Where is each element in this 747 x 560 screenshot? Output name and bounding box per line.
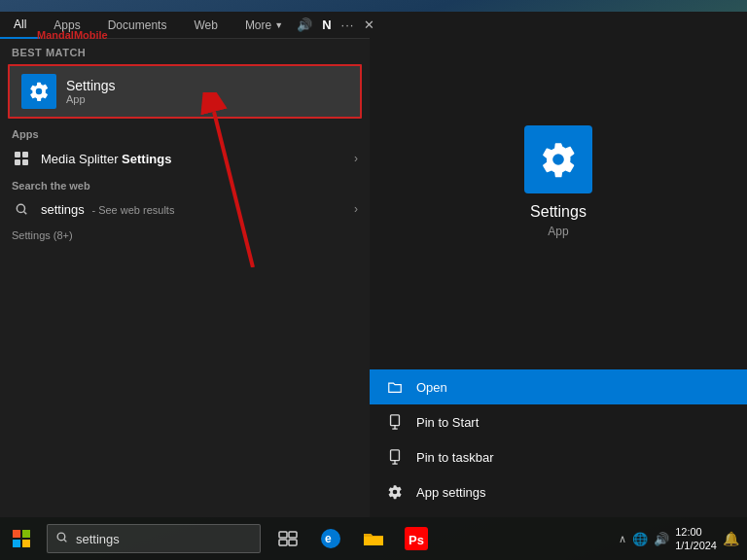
svg-rect-0 <box>15 152 20 158</box>
pin-taskbar-icon <box>385 447 405 467</box>
app-settings-icon <box>385 482 405 502</box>
action-app-settings[interactable]: App settings <box>370 474 747 509</box>
web-label: Search the web <box>0 174 370 194</box>
more-dots-icon[interactable]: ··· <box>341 18 355 32</box>
svg-rect-3 <box>22 159 28 165</box>
tab-web[interactable]: Web <box>180 12 231 39</box>
media-splitter-settings-item[interactable]: Media Splitter Settings › <box>0 143 370 174</box>
user-initial: N <box>322 18 331 32</box>
volume-icon[interactable]: 🔊 <box>297 18 312 32</box>
svg-rect-1 <box>22 152 28 158</box>
taskbar: settings e <box>0 517 747 560</box>
svg-rect-2 <box>15 159 20 165</box>
svg-rect-23 <box>289 540 297 545</box>
file-explorer-button[interactable] <box>354 517 393 560</box>
web-search-text: settings - See web results <box>41 202 174 217</box>
best-match-item[interactable]: Settings App <box>8 64 362 119</box>
best-match-info: Settings App <box>66 78 116 105</box>
task-view-button[interactable] <box>268 517 307 560</box>
tab-all[interactable]: All <box>0 12 40 39</box>
start-menu: All Apps Documents Web More ▼ 🔊 N ··· ✕ … <box>0 12 370 517</box>
svg-rect-22 <box>279 540 287 545</box>
svg-line-19 <box>64 540 66 542</box>
close-icon[interactable]: ✕ <box>364 18 374 32</box>
svg-rect-20 <box>279 532 287 538</box>
clock: 12:001/1/2024 <box>675 525 717 553</box>
settings-icon-large <box>21 74 56 109</box>
taskbar-search-icon <box>55 531 68 546</box>
svg-rect-17 <box>22 540 30 547</box>
right-panel-app-type: App <box>548 225 568 238</box>
network-icon[interactable]: 🌐 <box>632 532 648 546</box>
taskbar-system-tray: ∧ 🌐 🔊 12:001/1/2024 🔔 <box>619 525 747 553</box>
right-panel: Settings App Open Pin to Start <box>370 12 747 517</box>
notification-icon[interactable]: 🔔 <box>723 531 739 546</box>
media-splitter-text: Media Splitter Settings <box>41 152 354 166</box>
settings-bold: Settings <box>122 152 171 166</box>
svg-rect-14 <box>13 530 20 538</box>
action-pin-taskbar[interactable]: Pin to taskbar <box>370 439 747 474</box>
media-splitter-icon <box>12 149 31 168</box>
tab-more[interactable]: More ▼ <box>231 12 297 39</box>
svg-rect-16 <box>13 540 20 547</box>
apps-section-label: Apps <box>0 121 370 143</box>
svg-rect-11 <box>391 450 400 461</box>
search-web-icon <box>12 199 31 219</box>
right-panel-app-name: Settings <box>530 203 587 221</box>
svg-point-18 <box>57 533 65 541</box>
watermark: MandalMobile <box>37 29 108 41</box>
edge-browser-button[interactable]: e <box>311 517 350 560</box>
volume-tray-icon[interactable]: 🔊 <box>654 532 669 546</box>
svg-rect-15 <box>22 530 30 538</box>
web-search-item[interactable]: settings - See web results › <box>0 194 370 224</box>
web-search-sub: - See web results <box>91 204 174 216</box>
taskbar-icons: e Ps <box>268 517 436 560</box>
svg-rect-8 <box>391 415 400 426</box>
svg-line-5 <box>24 212 27 215</box>
right-panel-top: Settings App <box>370 12 747 352</box>
taskbar-search-text: settings <box>76 532 120 546</box>
best-match-name: Settings <box>66 78 116 93</box>
web-search-arrow: › <box>354 202 358 216</box>
svg-text:e: e <box>325 532 332 545</box>
start-button[interactable] <box>0 517 43 560</box>
pin-start-icon <box>385 412 405 432</box>
settings-count: Settings (8+) <box>0 224 370 244</box>
media-splitter-arrow: › <box>354 152 358 165</box>
chevron-down-icon: ▼ <box>274 20 283 30</box>
system-tray-icons: ∧ <box>619 533 626 545</box>
adobe-button[interactable]: Ps <box>397 517 436 560</box>
open-folder-icon <box>385 377 405 397</box>
svg-rect-21 <box>289 532 297 538</box>
svg-text:Ps: Ps <box>409 533 424 547</box>
nav-icons-right: 🔊 N ··· ✕ <box>297 18 382 32</box>
best-match-label: Best match <box>0 39 370 62</box>
svg-point-4 <box>17 204 24 212</box>
taskbar-search-bar[interactable]: settings <box>47 524 261 553</box>
action-open[interactable]: Open <box>370 369 747 404</box>
right-panel-actions: Open Pin to Start Pin to tas <box>370 362 747 517</box>
action-pin-start[interactable]: Pin to Start <box>370 404 747 439</box>
best-match-type: App <box>66 93 116 105</box>
right-panel-settings-icon <box>524 125 592 193</box>
